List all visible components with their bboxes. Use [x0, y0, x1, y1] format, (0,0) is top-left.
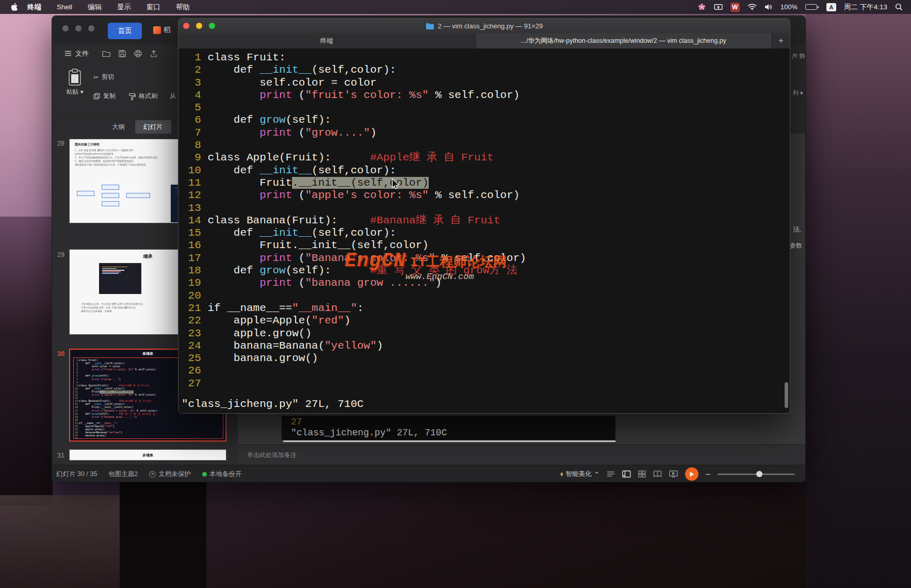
- vim-code: 1class Fruit:2 def __init__(self,color):…: [182, 52, 790, 390]
- new-tab-button[interactable]: +: [772, 33, 790, 48]
- apple-menu-icon[interactable]: [10, 3, 18, 11]
- normal-view-icon[interactable]: [622, 470, 631, 478]
- wallpaper-rock: [120, 482, 206, 588]
- docer-icon: [153, 26, 161, 34]
- menu-shell[interactable]: Shell: [57, 3, 72, 11]
- smart-beautify-button[interactable]: ⬧ 智能美化 ⌃: [560, 470, 599, 479]
- terminal-minimize-button[interactable]: [196, 23, 202, 29]
- folder-icon: [426, 23, 434, 29]
- tab-outline[interactable]: 大纲: [104, 120, 133, 134]
- menubar-clock[interactable]: 周二 下午4:13: [844, 3, 887, 12]
- display-icon[interactable]: [714, 4, 723, 11]
- reading-view-icon[interactable]: [653, 470, 662, 478]
- ribbon-partial-label: 从: [170, 92, 176, 101]
- thumb-31-number: 31: [53, 452, 64, 459]
- ribbon-edge-fragment-mid: 列 ▾: [793, 89, 803, 97]
- diagram-box: [77, 191, 94, 196]
- slide-strip-line-number: 27: [291, 417, 302, 427]
- brush-icon: [128, 93, 136, 100]
- ppt-close-button[interactable]: [62, 25, 69, 31]
- terminal-title: 2 — vim class_jicheng.py — 91×29: [438, 22, 543, 30]
- slide-counter: 幻灯片 30 / 35: [56, 470, 97, 479]
- notes-placeholder: 单击此处添加备注: [247, 451, 297, 459]
- spotlight-search-icon[interactable]: [895, 3, 903, 11]
- wallpaper-mountains-left: [0, 217, 53, 505]
- wps-icon[interactable]: W: [730, 3, 740, 12]
- zoom-slider-handle[interactable]: [756, 471, 762, 477]
- beautify-icon: ⬧: [560, 470, 563, 478]
- clipboard-icon: [67, 69, 83, 86]
- volume-icon[interactable]: [764, 4, 773, 10]
- notes-toggle-icon[interactable]: [607, 471, 615, 477]
- terminal-tab-2[interactable]: .../华为网络/hw-python-class/example/window/…: [476, 33, 773, 48]
- wallpaper-terrain: [0, 495, 121, 588]
- open-folder-icon[interactable]: [102, 50, 110, 57]
- share-icon[interactable]: [150, 50, 157, 57]
- paste-button[interactable]: 粘贴 ▾: [62, 69, 87, 96]
- diagram-box: [102, 193, 119, 198]
- vim-editor[interactable]: 1class Fruit:2 def __init__(self,color):…: [178, 48, 790, 414]
- terminal-titlebar[interactable]: 2 — vim class_jicheng.py — 91×29: [178, 19, 790, 33]
- format-painter-button[interactable]: 格式刷: [128, 92, 157, 101]
- thumbnail-slide-31[interactable]: 多继承: [69, 449, 226, 461]
- wallpaper-mountains-right: [806, 14, 911, 588]
- input-source-icon[interactable]: A: [826, 3, 836, 11]
- tab-slides[interactable]: 幻灯片: [135, 120, 171, 134]
- slide-image-edge: [283, 440, 615, 442]
- ribbon-tab-docer[interactable]: 稻: [153, 25, 171, 35]
- print-icon[interactable]: [134, 50, 142, 57]
- menu-edit[interactable]: 编辑: [88, 3, 102, 12]
- play-icon: [689, 471, 694, 477]
- menubar-app-name[interactable]: 终端: [27, 3, 41, 12]
- scissors-icon: ✂: [93, 74, 99, 81]
- slide-strip-status: "class_jicheng.py" 27L, 710C: [291, 428, 447, 438]
- backup-icon: [202, 472, 207, 477]
- save-icon[interactable]: [119, 50, 126, 57]
- terminal-tab-bar: 终端 .../华为网络/hw-python-class/example/wind…: [178, 33, 790, 48]
- notes-area[interactable]: 单击此处添加备注: [238, 444, 806, 465]
- slide-edge-fragment-b: 参数: [790, 241, 802, 250]
- slideshow-play-button[interactable]: [685, 467, 698, 481]
- backup-status[interactable]: 本地备份开: [202, 470, 242, 479]
- menu-window[interactable]: 窗口: [147, 3, 160, 12]
- diagram-box: [126, 193, 150, 198]
- ppt-zoom-button[interactable]: [88, 25, 94, 31]
- zoom-minus-button[interactable]: –: [706, 469, 710, 479]
- vim-status-line: "class_jicheng.py" 27L, 710C: [182, 398, 364, 410]
- panel-tabs: 大纲 幻灯片: [104, 120, 171, 134]
- thumb-29-codebox: [99, 263, 141, 294]
- menu-view[interactable]: 显示: [117, 3, 131, 12]
- battery-percent: 100%: [780, 3, 798, 11]
- terminal-zoom-button[interactable]: [209, 23, 215, 29]
- terminal-window: 2 — vim class_jicheng.py — 91×29 终端 .../…: [178, 18, 790, 414]
- ribbon-edge-fragment-top: 片 协: [792, 52, 805, 60]
- presentation-statusbar: 幻灯片 30 / 35 包图主题2 ✕ 文档未保护 本地备份开 ⬧ 智能美化 ⌃: [52, 465, 805, 482]
- file-menu-button[interactable]: 文件: [64, 49, 89, 58]
- wifi-icon[interactable]: [747, 4, 757, 10]
- slide-sorter-view-icon[interactable]: [638, 470, 646, 478]
- cut-button[interactable]: ✂ 剪切: [93, 73, 114, 81]
- terminal-close-button[interactable]: [183, 23, 189, 29]
- zoom-slider[interactable]: [718, 473, 795, 475]
- terminal-scrollbar[interactable]: [785, 382, 788, 408]
- menu-bar: 终端 Shell 编辑 显示 窗口 帮助 W 100% A 周二 下午4:13: [0, 0, 911, 14]
- slide-edge-fragment-a: 法.: [793, 225, 802, 234]
- copy-icon: [93, 93, 100, 100]
- menu-help[interactable]: 帮助: [176, 3, 190, 12]
- diagram-box: [102, 201, 119, 206]
- presenter-view-icon[interactable]: [669, 470, 678, 478]
- mouse-cursor: [392, 178, 400, 193]
- terminal-tab-1[interactable]: 终端: [178, 33, 476, 48]
- ppt-minimize-button[interactable]: [75, 25, 82, 31]
- ribbon-tab-home[interactable]: 首页: [108, 23, 142, 39]
- protection-status[interactable]: ✕ 文档未保护: [149, 470, 191, 479]
- thumb-30-number: 30: [53, 350, 64, 357]
- thumb-28-number: 28: [53, 140, 64, 147]
- theme-label[interactable]: 包图主题2: [108, 470, 138, 479]
- slide-code-image-bottom: 27 "class_jicheng.py" 27L, 710C: [282, 416, 615, 440]
- battery-icon[interactable]: [805, 4, 819, 10]
- beautify-caret-icon: ⌃: [594, 470, 599, 478]
- thumb-29-number: 29: [53, 251, 64, 258]
- flower-icon[interactable]: [697, 3, 706, 11]
- copy-button[interactable]: 复制: [93, 92, 116, 101]
